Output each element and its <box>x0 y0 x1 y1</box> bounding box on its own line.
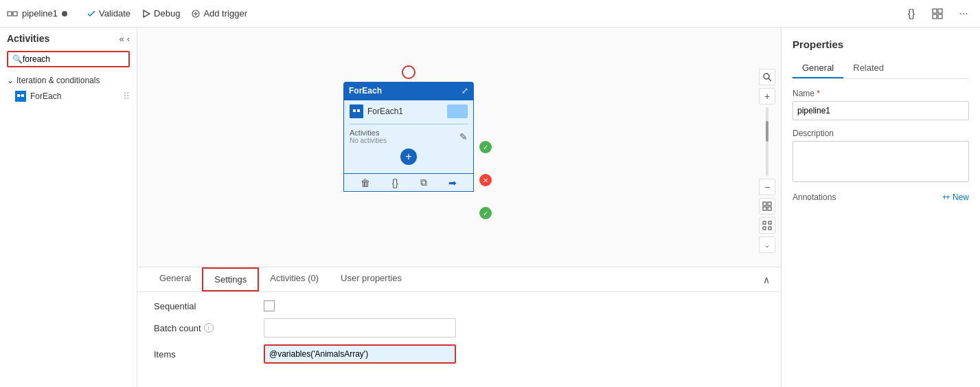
main-layout: Activities « ‹ 🔍 ⌄ Iteration & condition… <box>0 27 980 387</box>
add-trigger-button[interactable]: Add trigger <box>191 8 247 19</box>
zoom-in-button[interactable]: + <box>759 88 775 104</box>
pipeline-name: pipeline1 <box>22 8 58 19</box>
tab-settings[interactable]: Settings <box>202 267 259 291</box>
category-label: Iteration & conditionals <box>16 76 100 85</box>
foreach-item-left: ForEach <box>15 91 61 102</box>
svg-rect-19 <box>768 202 771 206</box>
foreach-activity-icon <box>15 91 26 102</box>
top-bar: pipeline1 Validate Debug Add trigger {} … <box>0 0 980 27</box>
bottom-content: Sequential Batch count i Items <box>137 292 781 379</box>
svg-rect-21 <box>768 207 771 210</box>
batch-count-input[interactable] <box>264 318 456 338</box>
svg-rect-20 <box>763 207 766 210</box>
search-input[interactable] <box>23 54 126 64</box>
foreach-node[interactable]: ForEach ⤢ ForEach1 <box>343 65 474 192</box>
svg-rect-22 <box>763 221 766 224</box>
category-chevron-icon: ⌄ <box>7 76 14 85</box>
description-textarea[interactable] <box>793 141 969 182</box>
svg-rect-8 <box>938 9 942 13</box>
code-view-button[interactable]: {} <box>902 4 921 23</box>
pipeline-title-area: pipeline1 <box>7 8 67 19</box>
bottom-tabs: General Settings Activities (0) User pro… <box>137 267 781 292</box>
zoom-track <box>766 107 768 176</box>
validate-icon <box>87 9 96 19</box>
svg-rect-9 <box>933 14 937 19</box>
sidebar-header: Activities « ‹ <box>0 33 137 48</box>
svg-rect-7 <box>933 9 937 13</box>
props-tab-general[interactable]: General <box>793 58 843 78</box>
foreach-activity-item[interactable]: ForEach ⠿ <box>0 88 137 104</box>
sequential-checkbox[interactable] <box>264 300 275 311</box>
debug-icon <box>141 9 151 19</box>
svg-point-16 <box>764 74 769 79</box>
category-header[interactable]: ⌄ Iteration & conditionals <box>0 73 137 88</box>
fit-to-screen-button[interactable] <box>759 198 775 214</box>
collapse-left-icon[interactable]: « <box>119 34 124 44</box>
batch-count-info-icon: i <box>204 323 214 333</box>
canvas-area: ForEach ⤢ ForEach1 <box>137 27 781 387</box>
pipeline-icon <box>7 8 18 19</box>
more-options-button[interactable]: ··· <box>954 4 973 23</box>
svg-rect-10 <box>938 14 942 19</box>
no-activities-label: No activities <box>350 137 387 144</box>
bottom-tab-list: General Settings Activities (0) User pro… <box>148 267 413 291</box>
move-icon[interactable]: ➡ <box>448 177 457 188</box>
zoom-thumb <box>766 121 768 142</box>
svg-line-17 <box>768 78 771 81</box>
search-box[interactable]: 🔍 <box>7 51 130 67</box>
tab-user-properties[interactable]: User properties <box>330 267 413 291</box>
zoom-out-button[interactable]: − <box>759 179 775 195</box>
tab-general[interactable]: General <box>148 267 202 291</box>
svg-rect-23 <box>763 227 766 230</box>
top-right-actions: {} ··· <box>902 4 973 23</box>
grid-view-button[interactable] <box>928 4 947 23</box>
items-row: Items <box>154 344 764 364</box>
activities-label: Activities <box>350 129 387 137</box>
sidebar-title: Activities <box>7 33 49 44</box>
tab-activities[interactable]: Activities (0) <box>259 267 330 291</box>
batch-count-row: Batch count i <box>154 318 764 338</box>
svg-rect-18 <box>763 202 766 206</box>
inner-activity-icon <box>350 104 363 118</box>
svg-rect-15 <box>357 109 360 112</box>
zoom-controls: + − ⌄ <box>759 69 775 253</box>
delete-icon[interactable]: 🗑 <box>361 177 370 188</box>
drag-handle-icon: ⠿ <box>123 91 130 102</box>
new-annotation-button[interactable]: + + New <box>942 192 969 202</box>
annotations-header: Annotations + + New <box>793 192 969 202</box>
required-asterisk: * <box>817 89 820 98</box>
name-field-label: Name * <box>793 89 969 98</box>
code-icon[interactable]: {} <box>391 177 398 188</box>
collapse-icons: « ‹ <box>119 34 130 44</box>
edit-activities-icon[interactable]: ✎ <box>459 131 468 142</box>
sequential-label: Sequential <box>154 301 264 311</box>
grid-layout-button[interactable] <box>759 217 775 234</box>
items-input[interactable] <box>264 344 456 364</box>
bottom-panel: General Settings Activities (0) User pro… <box>137 267 781 387</box>
foreach-inner-header: ForEach1 <box>350 104 403 118</box>
foreach-title: ForEach <box>349 86 382 96</box>
success-indicator: ✓ <box>479 141 492 153</box>
description-field-label: Description <box>793 129 969 138</box>
validate-button[interactable]: Validate <box>87 8 130 19</box>
name-input[interactable] <box>793 101 969 120</box>
collapse-canvas-button[interactable]: ⌄ <box>759 236 775 253</box>
collapse-right-icon[interactable]: ‹ <box>127 34 130 44</box>
expand-icon[interactable]: ⤢ <box>461 86 468 96</box>
activities-sidebar: Activities « ‹ 🔍 ⌄ Iteration & condition… <box>0 27 137 387</box>
collapse-bottom-button[interactable]: ∧ <box>763 274 770 285</box>
properties-tabs: General Related <box>793 58 969 79</box>
properties-panel: Properties General Related Name * Descri… <box>781 27 980 387</box>
svg-rect-1 <box>13 12 17 16</box>
add-activity-button[interactable]: + <box>400 148 417 165</box>
error-indicator: ✕ <box>479 174 492 186</box>
debug-button[interactable]: Debug <box>141 8 180 19</box>
search-canvas-button[interactable] <box>759 69 775 85</box>
props-tab-related[interactable]: Related <box>843 58 893 78</box>
svg-rect-0 <box>8 12 12 16</box>
canvas-main[interactable]: ForEach ⤢ ForEach1 <box>137 27 781 267</box>
node-start-circle <box>402 65 415 79</box>
copy-icon[interactable]: ⧉ <box>420 177 427 188</box>
sequential-row: Sequential <box>154 300 764 311</box>
items-label: Items <box>154 349 264 360</box>
